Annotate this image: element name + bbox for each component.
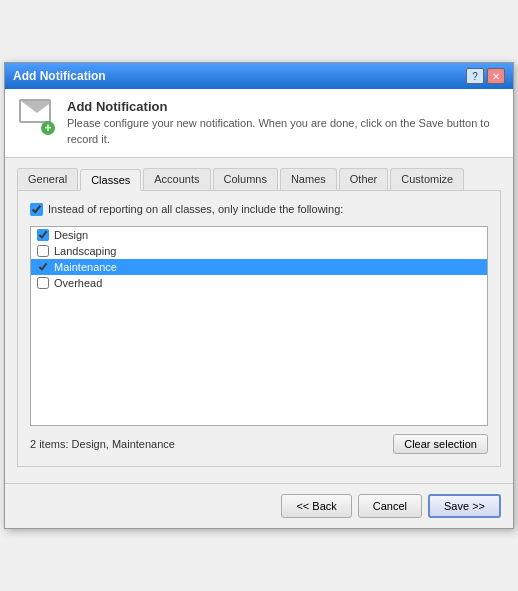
title-bar-buttons: ? ✕ bbox=[466, 68, 505, 84]
tab-classes[interactable]: Classes bbox=[80, 169, 141, 191]
class-list-box[interactable]: Design Landscaping Maintenance Overhead bbox=[30, 226, 488, 426]
tab-names[interactable]: Names bbox=[280, 168, 337, 190]
label-overhead: Overhead bbox=[54, 277, 102, 289]
help-button[interactable]: ? bbox=[466, 68, 484, 84]
list-item-landscaping[interactable]: Landscaping bbox=[31, 243, 487, 259]
close-button[interactable]: ✕ bbox=[487, 68, 505, 84]
envelope-icon bbox=[19, 99, 51, 123]
filter-checkbox[interactable] bbox=[30, 203, 43, 216]
tab-customize[interactable]: Customize bbox=[390, 168, 464, 190]
tab-accounts[interactable]: Accounts bbox=[143, 168, 210, 190]
list-item-overhead[interactable]: Overhead bbox=[31, 275, 487, 291]
filter-row: Instead of reporting on all classes, onl… bbox=[30, 203, 488, 216]
label-design: Design bbox=[54, 229, 88, 241]
window-title: Add Notification bbox=[13, 69, 106, 83]
label-maintenance: Maintenance bbox=[54, 261, 117, 273]
list-bottom-bar: 2 items: Design, Maintenance Clear selec… bbox=[30, 434, 488, 454]
content-area: General Classes Accounts Columns Names O… bbox=[5, 158, 513, 479]
checkbox-overhead[interactable] bbox=[37, 277, 49, 289]
tab-other[interactable]: Other bbox=[339, 168, 389, 190]
title-bar: Add Notification ? ✕ bbox=[5, 63, 513, 89]
checkbox-maintenance[interactable] bbox=[37, 261, 49, 273]
list-item-design[interactable]: Design bbox=[31, 227, 487, 243]
checkbox-design[interactable] bbox=[37, 229, 49, 241]
header-icon-area: + bbox=[19, 99, 55, 135]
header-section: + Add Notification Please configure your… bbox=[5, 89, 513, 158]
list-item-maintenance[interactable]: Maintenance bbox=[31, 259, 487, 275]
header-description: Please configure your new notification. … bbox=[67, 116, 499, 147]
header-text: Add Notification Please configure your n… bbox=[67, 99, 499, 147]
clear-selection-button[interactable]: Clear selection bbox=[393, 434, 488, 454]
tab-columns[interactable]: Columns bbox=[213, 168, 278, 190]
tab-general[interactable]: General bbox=[17, 168, 78, 190]
checkbox-landscaping[interactable] bbox=[37, 245, 49, 257]
add-badge-icon: + bbox=[41, 121, 55, 135]
tab-bar: General Classes Accounts Columns Names O… bbox=[17, 168, 501, 191]
back-button[interactable]: << Back bbox=[281, 494, 351, 518]
header-title: Add Notification bbox=[67, 99, 499, 114]
save-button[interactable]: Save >> bbox=[428, 494, 501, 518]
label-landscaping: Landscaping bbox=[54, 245, 116, 257]
main-window: Add Notification ? ✕ + Add Notification … bbox=[4, 62, 514, 529]
tab-content-classes: Instead of reporting on all classes, onl… bbox=[17, 191, 501, 467]
cancel-button[interactable]: Cancel bbox=[358, 494, 422, 518]
filter-label: Instead of reporting on all classes, onl… bbox=[48, 203, 343, 215]
items-summary: 2 items: Design, Maintenance bbox=[30, 438, 175, 450]
footer: << Back Cancel Save >> bbox=[5, 483, 513, 528]
